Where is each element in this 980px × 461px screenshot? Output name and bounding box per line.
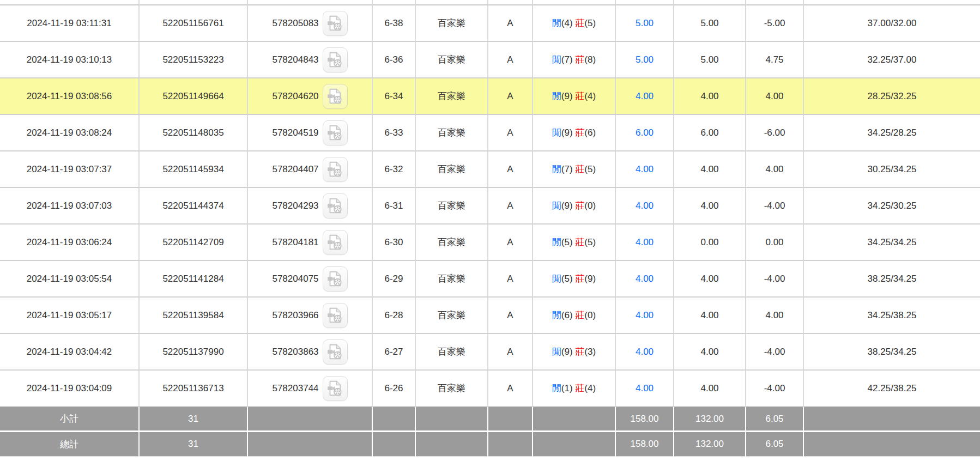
total-row-bet-amount: 132.00	[674, 432, 746, 457]
bet-amount-cell: 4.00	[674, 334, 746, 371]
video-icon	[326, 197, 344, 215]
record-row[interactable]: 2024-11-19 03:04:42522051137990578203863…	[0, 334, 980, 371]
player-score: (5)	[561, 274, 573, 284]
bet-time-cell: 2024-11-19 03:05:54	[0, 261, 140, 298]
video-replay-button[interactable]	[323, 120, 348, 145]
valid-bet-link[interactable]: 4.00	[636, 310, 654, 320]
record-row[interactable]: 2024-11-19 03:07:37522051145934578204407…	[0, 151, 980, 188]
table-code-cell: A	[488, 42, 533, 78]
subtotal-row-empty-cell	[533, 407, 616, 432]
banker-label: 莊	[575, 54, 584, 65]
clipped-cell	[140, 0, 248, 5]
bet-amount-cell: 4.00	[674, 151, 746, 188]
round-id-text: 578204620	[272, 91, 318, 102]
valid-bet-link[interactable]: 4.00	[636, 347, 654, 357]
record-row[interactable]: 2024-11-19 03:05:17522051139584578203966…	[0, 298, 980, 334]
table-code-cell: A	[488, 151, 533, 188]
video-replay-button[interactable]	[323, 339, 348, 365]
valid-bet-link[interactable]: 4.00	[636, 91, 654, 101]
subtotal-row-empty-cell	[248, 407, 373, 432]
bet-id-cell: 522051145934	[140, 151, 248, 188]
total-row-empty-cell	[416, 432, 488, 457]
video-replay-button[interactable]	[323, 84, 348, 109]
balance-cell: 38.25/34.25	[804, 334, 980, 371]
video-icon	[326, 306, 344, 324]
player-score: (4)	[561, 18, 573, 28]
valid-bet-link[interactable]: 4.00	[636, 274, 654, 284]
subtotal-row-win-loss: 6.05	[746, 407, 804, 432]
valid-bet-link[interactable]: 4.00	[636, 201, 654, 211]
result-cell: 閒(9) 莊(3)	[533, 334, 616, 371]
bet-id-cell: 522051149664	[140, 78, 248, 115]
round-id-cell: 578204407	[248, 151, 373, 188]
record-row-selected[interactable]: 2024-11-19 03:08:56522051149664578204620…	[0, 78, 980, 115]
table-code-cell: A	[488, 298, 533, 334]
video-replay-button[interactable]	[323, 266, 348, 292]
player-label: 閒	[552, 274, 561, 284]
result-cell: 閒(9) 莊(0)	[533, 188, 616, 225]
video-replay-button[interactable]	[323, 47, 348, 72]
balance-cell: 34.25/30.25	[804, 188, 980, 225]
video-replay-button[interactable]	[323, 303, 348, 328]
valid-bet-link[interactable]: 5.00	[636, 54, 654, 65]
record-row[interactable]: 2024-11-19 03:08:24522051148035578204519…	[0, 115, 980, 151]
bet-amount-cell: 4.00	[674, 188, 746, 225]
record-row[interactable]: 2024-11-19 03:06:24522051142709578204181…	[0, 225, 980, 261]
video-replay-button[interactable]	[323, 376, 348, 401]
record-row[interactable]: 2024-11-19 03:05:54522051141284578204075…	[0, 261, 980, 298]
valid-bet-link[interactable]: 4.00	[636, 383, 654, 393]
shoe-round-cell: 6-29	[373, 261, 416, 298]
video-replay-button[interactable]	[323, 11, 348, 36]
record-row[interactable]: 2024-11-19 03:11:31522051156761578205083…	[0, 5, 980, 42]
subtotal-row-label: 小計	[0, 407, 140, 432]
round-id-text: 578205083	[272, 18, 318, 29]
shoe-round-cell: 6-33	[373, 115, 416, 151]
clipped-cell	[0, 0, 140, 5]
video-icon	[326, 87, 344, 105]
clipped-cell	[746, 0, 804, 5]
video-replay-button[interactable]	[323, 157, 348, 182]
total-row-empty-cell	[248, 432, 373, 457]
player-score: (9)	[561, 91, 573, 101]
round-id-cell: 578204519	[248, 115, 373, 151]
banker-label: 莊	[575, 164, 584, 174]
table-code-cell: A	[488, 188, 533, 225]
shoe-round-cell: 6-34	[373, 78, 416, 115]
round-id-text: 578204293	[272, 201, 318, 211]
bet-time-cell: 2024-11-19 03:05:17	[0, 298, 140, 334]
player-score: (9)	[561, 128, 573, 138]
valid-bet-link[interactable]: 4.00	[636, 237, 654, 247]
valid-bet-link[interactable]: 6.00	[636, 128, 654, 138]
banker-score: (8)	[584, 54, 596, 65]
win-loss-cell: 4.00	[746, 78, 804, 115]
balance-cell: 34.25/38.25	[804, 298, 980, 334]
valid-bet-link[interactable]: 4.00	[636, 164, 654, 174]
valid-bet-link[interactable]: 5.00	[636, 18, 654, 28]
record-row[interactable]: 2024-11-19 03:10:13522051153223578204843…	[0, 42, 980, 78]
total-row-empty-cell	[373, 432, 416, 457]
balance-cell: 38.25/34.25	[804, 261, 980, 298]
video-replay-button[interactable]	[323, 230, 348, 255]
win-loss-cell: -6.00	[746, 115, 804, 151]
game-type-cell: 百家樂	[416, 78, 488, 115]
balance-cell: 30.25/34.25	[804, 151, 980, 188]
win-loss-cell: 0.00	[746, 225, 804, 261]
record-row[interactable]: 2024-11-19 03:07:03522051144374578204293…	[0, 188, 980, 225]
round-id-cell: 578204293	[248, 188, 373, 225]
banker-score: (3)	[584, 347, 596, 357]
clipped-cell	[616, 0, 674, 5]
clipped-cell	[248, 0, 373, 5]
round-id-cell: 578204181	[248, 225, 373, 261]
video-replay-button[interactable]	[323, 193, 348, 219]
clipped-cell	[533, 0, 616, 5]
valid-bet-cell: 4.00	[616, 371, 674, 407]
player-label: 閒	[552, 18, 561, 28]
player-score: (9)	[561, 347, 573, 357]
record-row[interactable]: 2024-11-19 03:04:09522051136713578203744…	[0, 371, 980, 407]
banker-label: 莊	[575, 18, 584, 28]
win-loss-cell: -4.00	[746, 188, 804, 225]
clipped-cell	[416, 0, 488, 5]
bet-amount-cell: 0.00	[674, 225, 746, 261]
win-loss-cell: 4.75	[746, 42, 804, 78]
bet-time-cell: 2024-11-19 03:10:13	[0, 42, 140, 78]
